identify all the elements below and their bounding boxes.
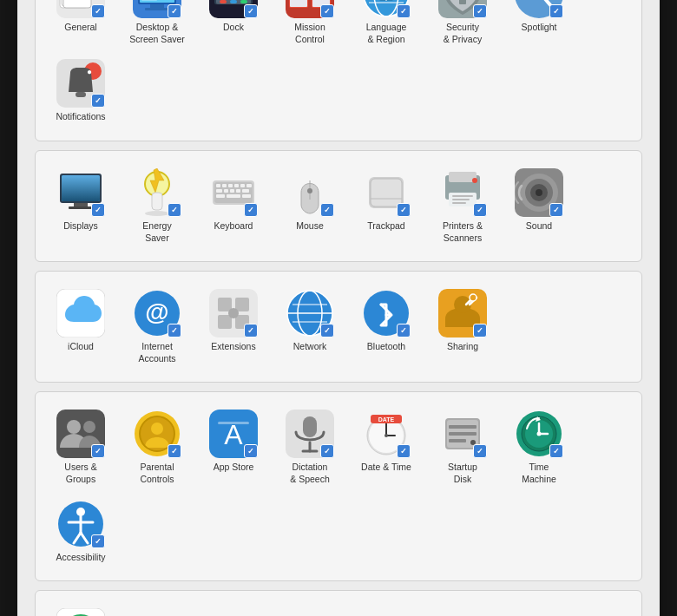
startup-disk-check xyxy=(473,444,487,458)
svg-rect-57 xyxy=(152,193,162,210)
svg-point-75 xyxy=(307,188,312,193)
hardware-grid: Displays EnergySaver xyxy=(43,161,634,251)
users-label: Users &Groups xyxy=(64,462,96,485)
pref-startup-disk[interactable]: StartupDisk xyxy=(424,403,501,492)
pref-sound[interactable]: Sound xyxy=(501,161,577,251)
general-check xyxy=(91,4,105,18)
svg-rect-84 xyxy=(452,202,466,204)
parental-label: ParentalControls xyxy=(140,462,174,485)
pref-parental-controls[interactable]: ParentalControls xyxy=(119,403,195,492)
svg-rect-3 xyxy=(63,0,91,8)
pref-mission-control[interactable]: MissionControl xyxy=(272,0,348,52)
svg-rect-19 xyxy=(220,0,227,3)
svg-rect-66 xyxy=(216,189,222,193)
svg-point-109 xyxy=(470,294,477,301)
internet-accounts-label: InternetAccounts xyxy=(138,341,175,364)
parental-icon-wrapper xyxy=(133,410,181,458)
pref-language-region[interactable]: Language& Region xyxy=(348,0,424,52)
printers-check xyxy=(473,203,487,217)
displays-icon-wrapper xyxy=(56,168,105,217)
time-machine-label: TimeMachine xyxy=(522,462,556,485)
time-machine-icon-wrapper xyxy=(515,410,563,458)
notifications-label: Notifications xyxy=(56,111,105,123)
svg-rect-60 xyxy=(216,184,220,187)
pref-displays[interactable]: Displays xyxy=(43,161,119,251)
svg-rect-77 xyxy=(371,179,402,206)
displays-check xyxy=(91,203,105,217)
users-icon-wrapper xyxy=(56,410,105,458)
pref-trackpad[interactable]: Trackpad xyxy=(348,161,424,251)
app-store-check xyxy=(244,444,258,458)
energy-icon-wrapper xyxy=(133,168,181,217)
spotlight-label: Spotlight xyxy=(522,22,557,34)
pref-notifications[interactable]: ● Notifications xyxy=(43,52,119,130)
pref-spotlight[interactable]: Spotlight xyxy=(501,0,577,52)
svg-point-111 xyxy=(67,420,81,434)
notifications-check xyxy=(91,94,105,108)
svg-rect-69 xyxy=(236,189,240,193)
svg-rect-52 xyxy=(62,175,100,201)
flip4mac-icon-wrapper xyxy=(56,608,105,616)
svg-point-112 xyxy=(83,421,95,433)
svg-point-99 xyxy=(228,308,239,318)
accessibility-label: Accessibility xyxy=(56,552,105,564)
pref-general[interactable]: New General xyxy=(43,0,119,52)
displays-label: Displays xyxy=(63,220,98,233)
security-icon-wrapper xyxy=(438,0,487,18)
system-grid: Users &Groups ParentalControls xyxy=(43,403,634,570)
section-system: Users &Groups ParentalControls xyxy=(35,391,642,581)
pref-flip4mac[interactable]: Flip4Mac xyxy=(43,601,119,616)
sharing-icon-wrapper xyxy=(438,289,487,337)
extensions-label: Extensions xyxy=(211,341,255,353)
svg-rect-62 xyxy=(228,184,233,187)
language-check xyxy=(397,4,411,18)
pref-energy-saver[interactable]: EnergySaver xyxy=(119,161,195,251)
pref-internet-accounts[interactable]: @ InternetAccounts xyxy=(119,282,195,371)
pref-date-time[interactable]: DATE Date & Time xyxy=(348,403,424,492)
extensions-check xyxy=(244,324,258,337)
pref-extensions[interactable]: Extensions xyxy=(195,282,272,371)
spotlight-check xyxy=(549,4,563,18)
internet-grid: iCloud @ InternetAccounts xyxy=(43,282,634,371)
bluetooth-label: Bluetooth xyxy=(367,341,405,353)
sharing-check xyxy=(473,324,487,337)
accessibility-check xyxy=(91,534,105,548)
pref-bluetooth[interactable]: Bluetooth xyxy=(348,282,424,371)
dock-icon-wrapper xyxy=(209,0,258,18)
users-check xyxy=(91,444,105,458)
printers-label: Printers &Scanners xyxy=(443,220,483,244)
pref-sharing[interactable]: Sharing xyxy=(424,282,501,371)
energy-check xyxy=(168,203,181,217)
svg-rect-64 xyxy=(240,184,245,187)
pref-users-groups[interactable]: Users &Groups xyxy=(43,403,119,492)
pref-printers-scanners[interactable]: Printers &Scanners xyxy=(424,161,501,251)
mission-control-icon-wrapper xyxy=(286,0,334,18)
dock-check xyxy=(244,4,258,18)
pref-security-privacy[interactable]: Security& Privacy xyxy=(424,0,501,52)
svg-rect-65 xyxy=(246,184,252,187)
svg-rect-67 xyxy=(224,189,228,193)
desktop-check xyxy=(168,4,181,18)
section-internet: iCloud @ InternetAccounts xyxy=(35,271,642,383)
pref-desktop-screensaver[interactable]: Desktop &Screen Saver xyxy=(119,0,195,52)
mission-control-check xyxy=(320,4,334,18)
date-time-label: Date & Time xyxy=(361,462,411,474)
pref-dock[interactable]: Dock xyxy=(195,0,272,52)
svg-rect-53 xyxy=(74,203,88,206)
pref-icloud[interactable]: iCloud xyxy=(43,282,119,371)
mission-control-label: MissionControl xyxy=(294,22,325,45)
network-check xyxy=(320,324,334,337)
pref-network[interactable]: Network xyxy=(272,282,348,371)
pref-app-store[interactable]: A App Store xyxy=(195,403,272,492)
svg-rect-13 xyxy=(145,8,169,10)
notifications-icon-wrapper: ● xyxy=(56,59,105,108)
svg-text:●: ● xyxy=(87,67,92,76)
svg-rect-83 xyxy=(452,199,470,200)
keyboard-icon-wrapper xyxy=(209,168,258,217)
pref-dictation-speech[interactable]: Dictation& Speech xyxy=(272,403,348,492)
sharing-label: Sharing xyxy=(447,341,478,353)
pref-keyboard[interactable]: Keyboard xyxy=(195,161,272,251)
pref-accessibility[interactable]: Accessibility xyxy=(43,493,119,571)
pref-mouse[interactable]: Mouse xyxy=(272,161,348,251)
pref-time-machine[interactable]: TimeMachine xyxy=(501,403,577,492)
